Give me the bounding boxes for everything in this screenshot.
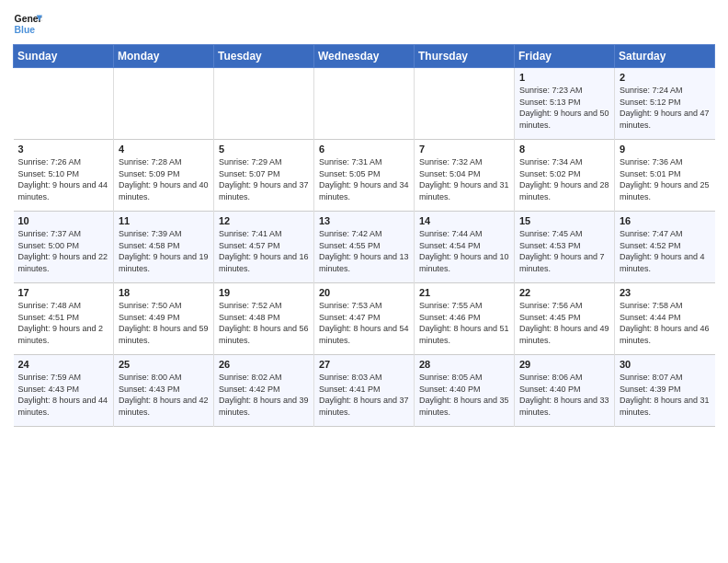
calendar-cell: 15Sunrise: 7:45 AM Sunset: 4:53 PM Dayli… (515, 212, 615, 283)
calendar-cell: 1Sunrise: 7:23 AM Sunset: 5:13 PM Daylig… (515, 68, 615, 140)
day-number: 6 (319, 144, 409, 155)
day-number: 25 (119, 359, 209, 370)
calendar-table: SundayMondayTuesdayWednesdayThursdayFrid… (13, 44, 715, 427)
calendar-cell: 24Sunrise: 7:59 AM Sunset: 4:43 PM Dayli… (14, 355, 114, 427)
day-number: 16 (620, 215, 711, 226)
calendar-week-row: 17Sunrise: 7:48 AM Sunset: 4:51 PM Dayli… (14, 283, 715, 355)
day-info: Sunrise: 7:48 AM Sunset: 4:51 PM Dayligh… (18, 300, 109, 346)
header: General Blue (13, 9, 715, 39)
calendar-cell: 2Sunrise: 7:24 AM Sunset: 5:12 PM Daylig… (615, 68, 715, 140)
calendar-header-row: SundayMondayTuesdayWednesdayThursdayFrid… (14, 45, 715, 68)
day-number: 9 (620, 144, 711, 155)
day-number: 23 (620, 287, 711, 298)
calendar-cell: 16Sunrise: 7:47 AM Sunset: 4:52 PM Dayli… (615, 212, 715, 283)
day-number: 17 (18, 287, 109, 298)
calendar-cell: 7Sunrise: 7:32 AM Sunset: 5:04 PM Daylig… (415, 140, 515, 212)
day-info: Sunrise: 7:32 AM Sunset: 5:04 PM Dayligh… (419, 156, 509, 202)
calendar-week-row: 3Sunrise: 7:26 AM Sunset: 5:10 PM Daylig… (14, 140, 715, 212)
calendar-cell (14, 68, 114, 140)
day-info: Sunrise: 8:02 AM Sunset: 4:42 PM Dayligh… (219, 372, 309, 418)
day-number: 7 (419, 144, 509, 155)
col-header-thursday: Thursday (415, 45, 515, 68)
calendar-cell: 6Sunrise: 7:31 AM Sunset: 5:05 PM Daylig… (314, 140, 415, 212)
day-number: 18 (119, 287, 209, 298)
calendar-cell (314, 68, 415, 140)
day-info: Sunrise: 8:03 AM Sunset: 4:41 PM Dayligh… (319, 372, 409, 418)
col-header-friday: Friday (515, 45, 615, 68)
calendar-cell: 25Sunrise: 8:00 AM Sunset: 4:43 PM Dayli… (114, 355, 214, 427)
calendar-cell: 14Sunrise: 7:44 AM Sunset: 4:54 PM Dayli… (415, 212, 515, 283)
day-info: Sunrise: 7:56 AM Sunset: 4:45 PM Dayligh… (519, 300, 609, 346)
calendar-week-row: 1Sunrise: 7:23 AM Sunset: 5:13 PM Daylig… (14, 68, 715, 140)
day-number: 15 (519, 215, 609, 226)
day-number: 5 (219, 144, 309, 155)
svg-text:Blue: Blue (15, 25, 36, 35)
calendar-cell: 13Sunrise: 7:42 AM Sunset: 4:55 PM Dayli… (314, 212, 415, 283)
day-number: 3 (18, 144, 109, 155)
calendar-cell: 8Sunrise: 7:34 AM Sunset: 5:02 PM Daylig… (515, 140, 615, 212)
calendar-cell: 3Sunrise: 7:26 AM Sunset: 5:10 PM Daylig… (14, 140, 114, 212)
calendar-cell: 11Sunrise: 7:39 AM Sunset: 4:58 PM Dayli… (114, 212, 214, 283)
calendar-week-row: 10Sunrise: 7:37 AM Sunset: 5:00 PM Dayli… (14, 212, 715, 283)
calendar-cell: 22Sunrise: 7:56 AM Sunset: 4:45 PM Dayli… (515, 283, 615, 355)
calendar-cell: 30Sunrise: 8:07 AM Sunset: 4:39 PM Dayli… (615, 355, 715, 427)
col-header-monday: Monday (114, 45, 214, 68)
calendar-cell: 5Sunrise: 7:29 AM Sunset: 5:07 PM Daylig… (214, 140, 314, 212)
day-info: Sunrise: 7:23 AM Sunset: 5:13 PM Dayligh… (519, 85, 609, 131)
day-number: 2 (620, 72, 711, 83)
col-header-sunday: Sunday (14, 45, 114, 68)
day-info: Sunrise: 7:58 AM Sunset: 4:44 PM Dayligh… (620, 300, 711, 346)
day-info: Sunrise: 7:45 AM Sunset: 4:53 PM Dayligh… (519, 228, 609, 274)
calendar-cell (114, 68, 214, 140)
calendar-cell: 27Sunrise: 8:03 AM Sunset: 4:41 PM Dayli… (314, 355, 415, 427)
day-number: 20 (319, 287, 409, 298)
day-number: 27 (319, 359, 409, 370)
day-number: 22 (519, 287, 609, 298)
day-number: 12 (219, 215, 309, 226)
calendar-cell: 28Sunrise: 8:05 AM Sunset: 4:40 PM Dayli… (415, 355, 515, 427)
calendar-cell: 18Sunrise: 7:50 AM Sunset: 4:49 PM Dayli… (114, 283, 214, 355)
calendar-cell: 23Sunrise: 7:58 AM Sunset: 4:44 PM Dayli… (615, 283, 715, 355)
day-number: 8 (519, 144, 609, 155)
logo-icon: General Blue (13, 9, 42, 39)
day-info: Sunrise: 7:36 AM Sunset: 5:01 PM Dayligh… (620, 156, 711, 202)
day-info: Sunrise: 7:29 AM Sunset: 5:07 PM Dayligh… (219, 156, 309, 202)
day-info: Sunrise: 8:07 AM Sunset: 4:39 PM Dayligh… (620, 372, 711, 418)
day-number: 4 (119, 144, 209, 155)
day-info: Sunrise: 7:39 AM Sunset: 4:58 PM Dayligh… (119, 228, 209, 274)
day-info: Sunrise: 7:37 AM Sunset: 5:00 PM Dayligh… (18, 228, 109, 274)
col-header-tuesday: Tuesday (214, 45, 314, 68)
day-info: Sunrise: 7:42 AM Sunset: 4:55 PM Dayligh… (319, 228, 409, 274)
day-info: Sunrise: 7:53 AM Sunset: 4:47 PM Dayligh… (319, 300, 409, 346)
calendar-cell (415, 68, 515, 140)
day-number: 21 (419, 287, 509, 298)
calendar-cell: 10Sunrise: 7:37 AM Sunset: 5:00 PM Dayli… (14, 212, 114, 283)
day-number: 29 (519, 359, 609, 370)
calendar-week-row: 24Sunrise: 7:59 AM Sunset: 4:43 PM Dayli… (14, 355, 715, 427)
day-number: 10 (18, 215, 109, 226)
day-info: Sunrise: 7:55 AM Sunset: 4:46 PM Dayligh… (419, 300, 509, 346)
day-info: Sunrise: 7:52 AM Sunset: 4:48 PM Dayligh… (219, 300, 309, 346)
day-number: 19 (219, 287, 309, 298)
day-info: Sunrise: 8:05 AM Sunset: 4:40 PM Dayligh… (419, 372, 509, 418)
day-info: Sunrise: 8:06 AM Sunset: 4:40 PM Dayligh… (519, 372, 609, 418)
day-number: 1 (519, 72, 609, 83)
day-number: 13 (319, 215, 409, 226)
day-info: Sunrise: 7:50 AM Sunset: 4:49 PM Dayligh… (119, 300, 209, 346)
day-info: Sunrise: 7:31 AM Sunset: 5:05 PM Dayligh… (319, 156, 409, 202)
calendar-cell (214, 68, 314, 140)
calendar-cell: 29Sunrise: 8:06 AM Sunset: 4:40 PM Dayli… (515, 355, 615, 427)
day-info: Sunrise: 7:26 AM Sunset: 5:10 PM Dayligh… (18, 156, 109, 202)
day-info: Sunrise: 8:00 AM Sunset: 4:43 PM Dayligh… (119, 372, 209, 418)
day-info: Sunrise: 7:28 AM Sunset: 5:09 PM Dayligh… (119, 156, 209, 202)
calendar-cell: 20Sunrise: 7:53 AM Sunset: 4:47 PM Dayli… (314, 283, 415, 355)
day-number: 14 (419, 215, 509, 226)
calendar-cell: 17Sunrise: 7:48 AM Sunset: 4:51 PM Dayli… (14, 283, 114, 355)
calendar-cell: 12Sunrise: 7:41 AM Sunset: 4:57 PM Dayli… (214, 212, 314, 283)
calendar-cell: 4Sunrise: 7:28 AM Sunset: 5:09 PM Daylig… (114, 140, 214, 212)
day-number: 11 (119, 215, 209, 226)
calendar-cell: 19Sunrise: 7:52 AM Sunset: 4:48 PM Dayli… (214, 283, 314, 355)
page-container: General Blue SundayMondayTuesdayWednesda… (0, 0, 728, 436)
day-number: 26 (219, 359, 309, 370)
calendar-cell: 9Sunrise: 7:36 AM Sunset: 5:01 PM Daylig… (615, 140, 715, 212)
